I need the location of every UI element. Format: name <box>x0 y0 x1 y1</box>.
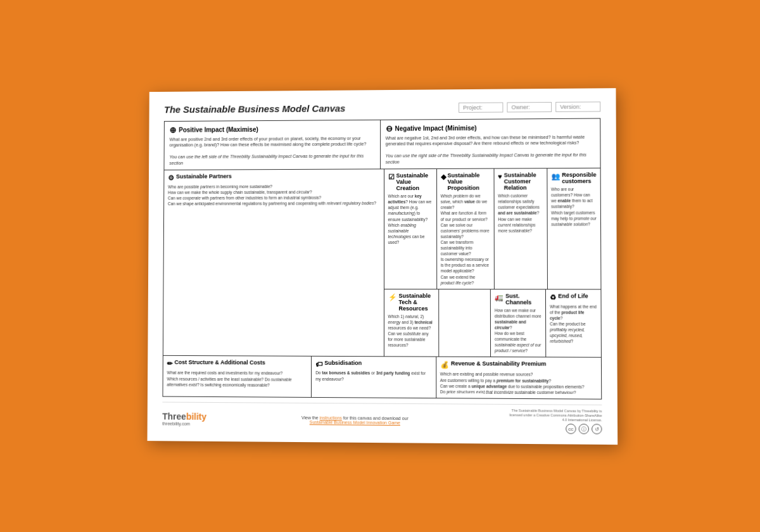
responsible-customers-title: 👥 Responsible customers <box>551 172 597 184</box>
sustainable-partners-cell: ⚙ Sustainable Partners Who are possible … <box>163 170 384 357</box>
footer-url: threebility.com <box>162 422 206 426</box>
revenue-sustainability-cell: 💰 Revenue & Sustainability Premium Which… <box>436 357 601 398</box>
coin-icon: 💰 <box>440 362 449 370</box>
footer-right: The Sustainable Business Model Canvas by… <box>505 408 602 434</box>
positive-impact-box: Positive Impact (Maximise) What are posi… <box>164 120 380 170</box>
sust-channels-text: How can we make our distribution channel… <box>495 307 542 354</box>
cost-structure-text: What are the required costs and investme… <box>167 370 307 388</box>
value-proposition-text: Which problem do we solve, which value d… <box>441 193 490 286</box>
footer-license-text: The Sustainable Business Model Canvas by… <box>505 408 602 423</box>
game-link[interactable]: Sustainable Business Model Innovation Ga… <box>310 420 400 425</box>
vp-spacer <box>439 289 491 357</box>
end-of-life-title: ♻ End of Life <box>550 293 597 301</box>
info-icon: ⓘ <box>579 424 589 434</box>
header: The Sustainable Business Model Canvas Pr… <box>164 101 600 115</box>
impact-row: Positive Impact (Maximise) What are posi… <box>163 118 600 171</box>
bottom-row: ✏ Cost Structure & Additional Costs What… <box>163 357 601 399</box>
value-creation-cell: ☑ Sustainable Value Creation Which are o… <box>384 170 436 289</box>
partners-icon: ⚙ <box>168 174 174 182</box>
subsidisation-text: Do tax bonuses & subsidies or 3rd party … <box>315 370 432 383</box>
heart-icon: ♥ <box>498 173 502 180</box>
value-proposition-title: ◆ Sustainable Value Proposition <box>441 172 490 191</box>
lightning-icon: ⚡ <box>388 293 396 301</box>
value-creation-title: ☑ Sustainable Value Creation <box>388 173 433 192</box>
people-icon: 👥 <box>551 173 560 181</box>
cost-structure-cell: ✏ Cost Structure & Additional Costs What… <box>163 357 312 397</box>
share-icon: ↺ <box>592 424 602 434</box>
meta-fields: Project: Owner: Version: <box>459 101 600 113</box>
customer-relation-text: Which customer relationships satisfy cus… <box>498 193 543 234</box>
positive-impact-title: Positive Impact (Maximise) <box>170 124 375 135</box>
pencil-icon: ✏ <box>167 360 173 369</box>
tech-resources-title: ⚡ Sustainable Tech & Resources <box>388 293 434 312</box>
minus-icon <box>386 124 393 134</box>
canvas-title: The Sustainable Business Model Canvas <box>164 103 345 115</box>
right-columns: ☑ Sustainable Value Creation Which are o… <box>384 168 601 357</box>
canvas-paper: The Sustainable Business Model Canvas Pr… <box>148 89 618 445</box>
revenue-sustainability-title: 💰 Revenue & Sustainability Premium <box>440 361 597 370</box>
footer-license-icons: cc ⓘ ↺ <box>566 424 602 435</box>
version-field[interactable]: Version: <box>555 101 600 112</box>
footer-brand: Threebility threebility.com <box>162 412 206 426</box>
top-subrow: ☑ Sustainable Value Creation Which are o… <box>384 168 600 289</box>
end-of-life-text: What happens at the end of the product l… <box>550 304 597 345</box>
revenue-sustainability-text: Which are existing and possible revenue … <box>440 372 597 396</box>
negative-impact-box: Negative Impact (Minimise) What are nega… <box>381 119 600 169</box>
tech-resources-text: Which 1) natural, 2) energy and 3) techn… <box>388 314 434 348</box>
owner-field[interactable]: Owner: <box>507 102 552 113</box>
truck-icon: 🚛 <box>495 293 504 301</box>
positive-impact-text: What are positive 2nd and 3rd order effe… <box>169 136 374 166</box>
brand-bility: bility <box>186 412 206 422</box>
end-of-life-cell: ♻ End of Life What happens at the end of… <box>546 289 601 357</box>
responsible-customers-text: Who are our customers? How can we enable… <box>551 187 597 227</box>
brand-name: Threebility <box>162 412 206 422</box>
sust-channels-title: 🚛 Sust. Channels <box>495 293 542 305</box>
negative-impact-text: What are negative 1st, 2nd and 3rd order… <box>386 134 595 165</box>
recycle-icon: ♻ <box>550 293 556 301</box>
project-field[interactable]: Project: <box>459 102 503 112</box>
tag-icon: 🏷 <box>315 361 322 369</box>
cost-structure-title: ✏ Cost Structure & Additional Costs <box>167 360 308 369</box>
customer-relation-cell: ♥ Sustainable Customer Relation Which cu… <box>494 169 547 289</box>
diamond-icon: ◆ <box>441 173 446 181</box>
bottom-subrow: ⚡ Sustainable Tech & Resources Which 1) … <box>384 289 601 357</box>
footer: Threebility threebility.com View the ins… <box>162 402 602 435</box>
plus-icon <box>170 125 177 135</box>
value-creation-text: Which are our key activities? How can we… <box>388 193 433 245</box>
sustainable-partners-text: Who are possible partners in becoming mo… <box>168 184 380 207</box>
negative-impact-title: Negative Impact (Minimise) <box>386 123 595 134</box>
tech-resources-cell: ⚡ Sustainable Tech & Resources Which 1) … <box>384 289 438 357</box>
responsible-customers-cell: 👥 Responsible customers Who are our cust… <box>547 168 601 289</box>
sustainable-partners-title: ⚙ Sustainable Partners <box>168 173 379 182</box>
footer-mid: View the instructions for this canvas an… <box>301 415 408 425</box>
check-icon: ☑ <box>388 174 395 182</box>
subsidisation-title: 🏷 Subsidisation <box>315 360 432 369</box>
subsidisation-cell: 🏷 Subsidisation Do tax bonuses & subsidi… <box>312 357 436 398</box>
value-proposition-cell: ◆ Sustainable Value Proposition Which pr… <box>437 169 495 289</box>
sust-channels-cell: 🚛 Sust. Channels How can we make our dis… <box>491 289 546 357</box>
customer-relation-title: ♥ Sustainable Customer Relation <box>498 172 543 191</box>
brand-three: Three <box>162 412 186 422</box>
main-grid: ⚙ Sustainable Partners Who are possible … <box>163 168 602 400</box>
cc-icon: cc <box>566 424 576 434</box>
